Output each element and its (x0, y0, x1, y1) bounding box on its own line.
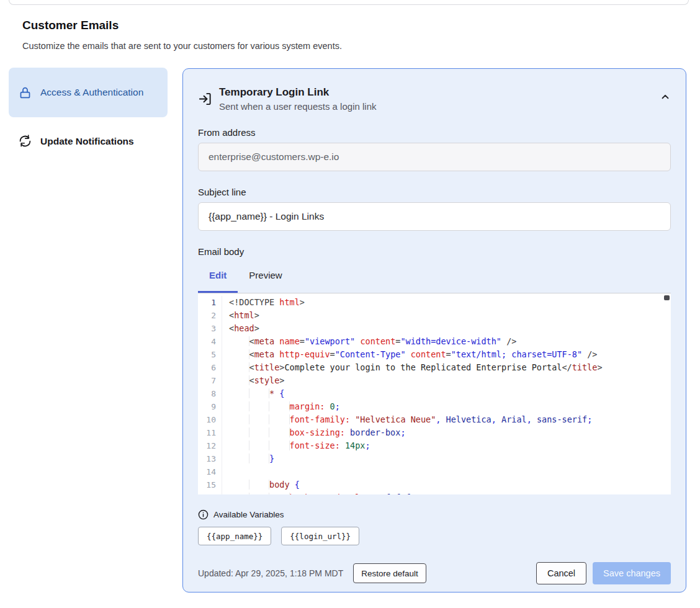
from-address-input[interactable] (198, 143, 671, 171)
email-body-tabs: Edit Preview (198, 266, 671, 284)
code-lines: 1<!DOCTYPE html>2<html>3<head>4 <meta na… (198, 296, 671, 494)
restore-default-button[interactable]: Restore default (353, 563, 426, 583)
email-types-sidebar: Access & Authentication Update Notificat… (9, 68, 168, 153)
code-line[interactable]: 13 } (198, 452, 671, 465)
sidebar-item-label: Access & Authentication (40, 85, 143, 100)
code-line[interactable]: 16 background-color: #f6f6f6; (198, 491, 671, 494)
code-editor[interactable]: 1<!DOCTYPE html>2<html>3<head>4 <meta na… (198, 293, 671, 494)
code-line[interactable]: 10 font-family: "Helvetica Neue", Helvet… (198, 413, 671, 426)
from-address-label: From address (198, 127, 671, 138)
sidebar-item-label: Update Notifications (40, 136, 134, 147)
variable-chip-app-name[interactable]: {{app_name}} (198, 527, 271, 545)
code-line[interactable]: 5 <meta http-equiv="Content-Type" conten… (198, 348, 671, 361)
collapse-button[interactable] (660, 91, 671, 102)
line-number: 16 (198, 491, 222, 494)
code-line[interactable]: 7 <style> (198, 374, 671, 387)
line-number: 2 (198, 309, 222, 322)
chevron-up-icon (660, 91, 671, 102)
email-body-label: Email body (198, 246, 671, 257)
line-number: 14 (198, 465, 222, 478)
subject-line-input[interactable] (198, 202, 671, 231)
line-number: 1 (198, 296, 222, 309)
line-number: 7 (198, 374, 222, 387)
code-line[interactable]: 1<!DOCTYPE html> (198, 296, 671, 309)
line-number: 4 (198, 335, 222, 348)
code-line[interactable]: 3<head> (198, 322, 671, 335)
cancel-button[interactable]: Cancel (536, 562, 586, 584)
lock-icon (19, 86, 32, 99)
line-number: 15 (198, 478, 222, 491)
tab-preview[interactable]: Preview (238, 266, 293, 284)
customer-emails-page: Customer Emails Customize the emails tha… (0, 0, 700, 608)
subject-line-label: Subject line (198, 187, 671, 197)
page-subtitle: Customize the emails that are sent to yo… (22, 41, 342, 51)
line-number: 13 (198, 452, 222, 465)
code-line[interactable]: 11 box-sizing: border-box; (198, 426, 671, 439)
info-icon (198, 509, 209, 520)
code-line[interactable]: 14 (198, 465, 671, 478)
available-variables-label: Available Variables (213, 510, 284, 519)
sidebar-item-update-notifications[interactable]: Update Notifications (9, 130, 168, 153)
code-line[interactable]: 2<html> (198, 309, 671, 322)
previous-card-bottom-edge (9, 0, 689, 5)
line-number: 10 (198, 413, 222, 426)
log-in-icon (198, 92, 212, 106)
refresh-icon (19, 135, 32, 148)
variable-chips: {{app_name}} {{login_url}} (198, 527, 671, 545)
line-number: 5 (198, 348, 222, 361)
code-line[interactable]: 8 * { (198, 387, 671, 400)
temporary-login-link-card: Temporary Login Link Sent when a user re… (182, 68, 686, 592)
line-number: 8 (198, 387, 222, 400)
code-line[interactable]: 15 body { (198, 478, 671, 491)
line-number: 6 (198, 361, 222, 374)
variable-chip-login-url[interactable]: {{login_url}} (281, 527, 359, 545)
card-title: Temporary Login Link (219, 86, 376, 99)
save-changes-button[interactable]: Save changes (593, 562, 671, 584)
line-number: 9 (198, 400, 222, 413)
sidebar-item-access-authentication[interactable]: Access & Authentication (9, 68, 168, 117)
code-line[interactable]: 6 <title>Complete your login to the Repl… (198, 361, 671, 374)
line-number: 12 (198, 439, 222, 452)
code-line[interactable]: 4 <meta name="viewport" content="width=d… (198, 335, 671, 348)
line-number: 3 (198, 322, 222, 335)
code-line[interactable]: 12 font-size: 14px; (198, 439, 671, 452)
card-subtitle: Sent when a user requests a login link (219, 101, 376, 112)
page-title: Customer Emails (22, 19, 119, 32)
card-footer: Updated: Apr 29, 2025, 1:18 PM MDT Resto… (198, 562, 671, 584)
line-number: 11 (198, 426, 222, 439)
updated-timestamp: Updated: Apr 29, 2025, 1:18 PM MDT (198, 568, 343, 578)
tab-edit[interactable]: Edit (198, 266, 238, 284)
code-line[interactable]: 9 margin: 0; (198, 400, 671, 413)
scrollbar-thumb[interactable] (664, 295, 670, 300)
card-header: Temporary Login Link Sent when a user re… (198, 86, 671, 112)
